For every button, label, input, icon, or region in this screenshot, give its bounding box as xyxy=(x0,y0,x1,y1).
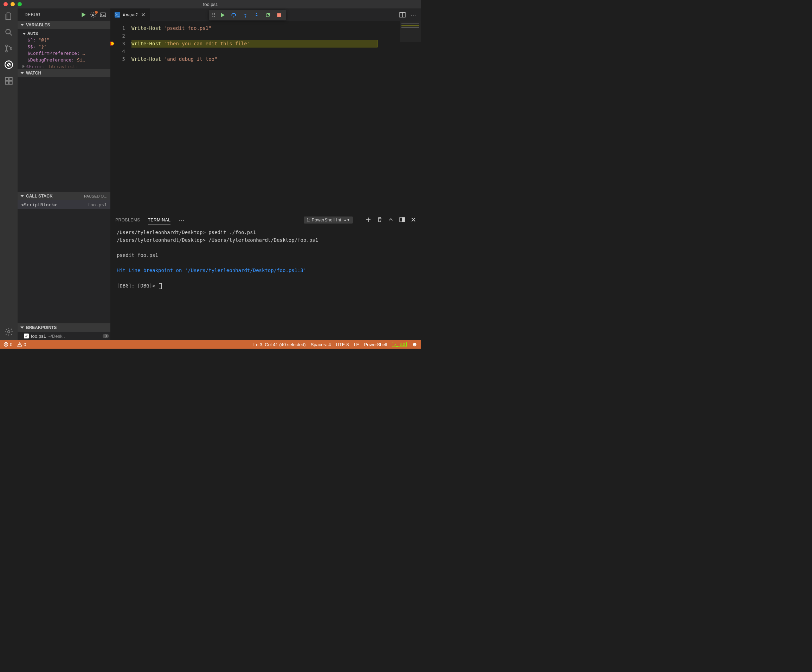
code-line[interactable] xyxy=(131,48,400,55)
bottom-panel: PROBLEMS TERMINAL ⋯ 1: PowerShell Int▲▼ … xyxy=(110,214,421,340)
powershell-file-icon: >_ xyxy=(114,12,120,17)
svg-point-1 xyxy=(6,45,7,47)
code-line[interactable] xyxy=(131,32,400,40)
activity-bar xyxy=(0,9,17,340)
search-icon[interactable] xyxy=(4,27,14,37)
svg-point-2 xyxy=(6,50,7,52)
editor-tab[interactable]: >_ foo.ps1 ✕ xyxy=(110,9,150,21)
window-title: foo.ps1 xyxy=(0,2,421,7)
split-editor-button[interactable] xyxy=(399,12,406,18)
code-line[interactable]: Write-Host "and debug it too" xyxy=(131,55,400,63)
restart-button[interactable] xyxy=(263,10,273,20)
start-debug-button[interactable] xyxy=(80,12,87,18)
code-line[interactable]: Write-Host "psedit foo.ps1" xyxy=(131,24,400,32)
terminal-line: Hit Line breakpoint on '/Users/tylerleon… xyxy=(117,267,415,275)
variable-row[interactable]: $ConfirmPreference: … xyxy=(17,50,110,56)
terminal-selector[interactable]: 1: PowerShell Int▲▼ xyxy=(304,217,353,223)
terminal-line: [DBG]: [DBG]> xyxy=(117,282,415,290)
tab-label: foo.ps1 xyxy=(123,12,138,17)
variable-row[interactable]: $DebugPreference: Si… xyxy=(17,56,110,63)
svg-point-3 xyxy=(10,48,12,49)
terminal-line xyxy=(117,244,415,252)
svg-rect-10 xyxy=(9,81,12,84)
svg-point-12 xyxy=(92,14,94,15)
window-close-button[interactable] xyxy=(3,2,8,6)
tab-close-button[interactable]: ✕ xyxy=(141,12,145,18)
line-number: 4 xyxy=(110,48,125,55)
window-minimize-button[interactable] xyxy=(10,2,15,6)
status-errors[interactable]: 0 xyxy=(3,342,12,347)
minimap[interactable] xyxy=(400,21,421,214)
variable-scope[interactable]: Auto xyxy=(17,30,110,37)
breakpoint-current-icon[interactable] xyxy=(110,41,114,46)
svg-rect-9 xyxy=(5,81,9,84)
status-encoding[interactable]: UTF-8 xyxy=(336,342,349,347)
svg-point-14 xyxy=(233,16,234,17)
debug-console-button[interactable] xyxy=(100,12,106,18)
editor-tabbar: >_ foo.ps1 ✕ ⠿ ⋯ xyxy=(110,9,421,21)
terminal-line: /Users/tylerleonhardt/Desktop> /Users/ty… xyxy=(117,237,415,244)
svg-point-11 xyxy=(8,331,10,333)
status-warnings[interactable]: 0 xyxy=(17,342,26,347)
svg-rect-22 xyxy=(402,218,404,222)
step-into-button[interactable] xyxy=(241,10,250,20)
breakpoint-item[interactable]: ✓ foo.ps1 ~/Desk.. 3 xyxy=(17,332,110,340)
kill-terminal-button[interactable] xyxy=(377,217,382,223)
close-panel-button[interactable] xyxy=(411,217,416,223)
toggle-panel-button[interactable] xyxy=(399,217,405,223)
panel-more-button[interactable]: ⋯ xyxy=(178,216,185,224)
line-number: 5 xyxy=(110,55,125,63)
terminal-line: /Users/tylerleonhardt/Desktop> psedit ./… xyxy=(117,229,415,237)
code-editor[interactable]: 12345 Write-Host "psedit foo.ps1"Write-H… xyxy=(110,21,421,214)
debug-title: DEBUG xyxy=(25,12,41,17)
line-number: 2 xyxy=(110,32,125,40)
svg-rect-13 xyxy=(100,13,106,17)
debug-toolbar: ⠿ xyxy=(209,10,286,20)
debug-icon[interactable] xyxy=(4,60,14,70)
status-feedback-icon[interactable]: ☻ xyxy=(412,341,418,348)
breakpoints-section-header[interactable]: BREAKPOINTS xyxy=(17,323,110,332)
breakpoint-checkbox[interactable]: ✓ xyxy=(24,334,29,338)
status-indentation[interactable]: Spaces: 4 xyxy=(311,342,331,347)
svg-point-16 xyxy=(256,13,257,14)
window-zoom-button[interactable] xyxy=(17,2,22,6)
window-titlebar: foo.ps1 xyxy=(0,0,421,9)
maximize-panel-button[interactable] xyxy=(388,217,394,223)
continue-button[interactable] xyxy=(218,10,228,20)
svg-rect-7 xyxy=(5,77,9,80)
status-language[interactable]: PowerShell xyxy=(364,342,387,347)
variable-row[interactable]: $Error: [ArrayList: xyxy=(17,63,110,68)
terminal-output[interactable]: /Users/tylerleonhardt/Desktop> psedit ./… xyxy=(110,226,421,340)
variable-row[interactable]: $^: "@{" xyxy=(17,37,110,43)
variable-row[interactable]: $$: "}" xyxy=(17,43,110,50)
svg-point-0 xyxy=(6,29,10,34)
status-powershell-version[interactable]: >_6.0 xyxy=(392,342,407,347)
svg-rect-17 xyxy=(277,14,281,17)
terminal-tab[interactable]: TERMINAL xyxy=(148,215,171,225)
terminal-line xyxy=(117,275,415,282)
svg-rect-8 xyxy=(9,77,12,80)
new-terminal-button[interactable] xyxy=(365,217,371,223)
svg-point-15 xyxy=(245,16,246,17)
status-cursor-position[interactable]: Ln 3, Col 41 (40 selected) xyxy=(253,342,306,347)
extensions-icon[interactable] xyxy=(4,76,14,86)
callstack-section-header[interactable]: CALL STACK PAUSED O… xyxy=(17,192,110,200)
problems-tab[interactable]: PROBLEMS xyxy=(115,215,140,225)
explorer-icon[interactable] xyxy=(4,11,14,21)
terminal-line xyxy=(117,259,415,267)
debug-config-button[interactable] xyxy=(90,12,96,18)
stop-button[interactable] xyxy=(274,10,284,20)
debug-toolbar-drag-handle[interactable]: ⠿ xyxy=(211,12,217,19)
debug-sidebar: DEBUG VARIABLES Auto $^: "@{"$$: "}"$Con… xyxy=(17,9,110,340)
callstack-frame[interactable]: <ScriptBlock> foo.ps1 xyxy=(17,200,110,209)
step-over-button[interactable] xyxy=(229,10,239,20)
step-out-button[interactable] xyxy=(252,10,261,20)
status-bar: 0 0 Ln 3, Col 41 (40 selected) Spaces: 4… xyxy=(0,340,421,349)
variables-section-header[interactable]: VARIABLES xyxy=(17,21,110,29)
watch-section-header[interactable]: WATCH xyxy=(17,69,110,77)
source-control-icon[interactable] xyxy=(4,44,14,53)
terminal-line: psedit foo.ps1 xyxy=(117,252,415,259)
settings-gear-icon[interactable] xyxy=(4,327,14,337)
more-actions-button[interactable]: ⋯ xyxy=(411,11,418,19)
status-eol[interactable]: LF xyxy=(354,342,359,347)
